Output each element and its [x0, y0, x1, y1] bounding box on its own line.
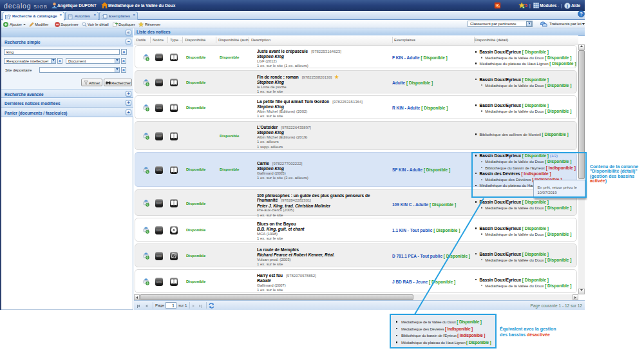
- svg-text:?: ?: [580, 11, 583, 17]
- svg-text:i: i: [567, 3, 568, 8]
